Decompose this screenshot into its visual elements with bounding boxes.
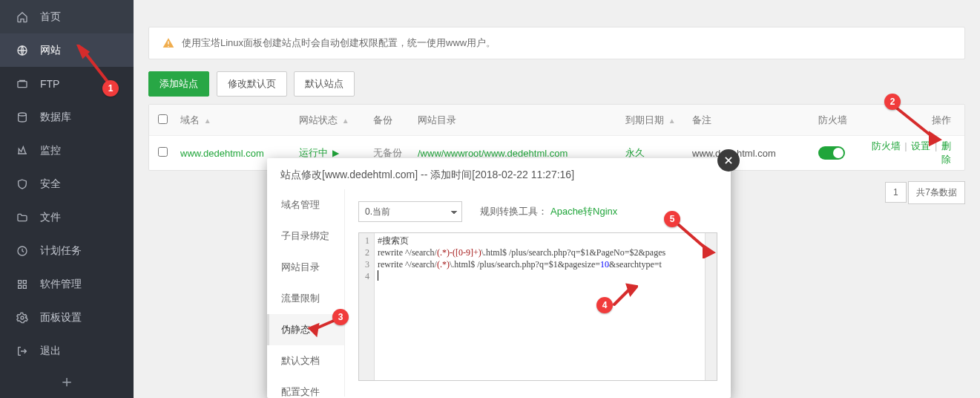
site-edit-modal: 站点修改[www.dedehtml.com] -- 添加时间[2018-02-2… (267, 158, 731, 398)
editor-gutter: 1 2 3 4 (359, 233, 375, 380)
notice-bar: 使用宝塔Linux面板创建站点时会自动创建权限配置，统一使用www用户。 (148, 27, 965, 59)
sidebar-item-security[interactable]: 安全 (0, 167, 134, 200)
modal-title: 站点修改[www.dedehtml.com] -- 添加时间[2018-02-2… (267, 158, 731, 189)
apps-icon (16, 278, 28, 290)
sidebar-item-label: 首页 (40, 10, 61, 24)
svg-rect-4 (19, 280, 22, 283)
svg-marker-13 (704, 247, 713, 257)
svg-rect-1 (18, 81, 27, 87)
callout-1: 1 (102, 80, 119, 97)
sidebar-item-database[interactable]: 数据库 (0, 100, 134, 134)
header-expire[interactable]: 到期日期 ▲ (625, 114, 692, 127)
site-domain-link[interactable]: www.dedehtml.com (180, 148, 264, 159)
annotation-arrow (608, 282, 638, 312)
add-site-button[interactable]: 添加站点 (148, 71, 209, 97)
svg-point-8 (21, 316, 24, 319)
header-firewall: 防火墙 (818, 114, 863, 127)
toolbar: 添加站点 修改默认页 默认站点 (148, 71, 965, 97)
close-icon (723, 155, 734, 166)
annotation-arrow (889, 104, 948, 149)
folder-icon (16, 212, 28, 224)
ftp-icon (16, 78, 28, 90)
header-domain[interactable]: 域名 ▲ (180, 114, 299, 127)
warning-icon (162, 37, 174, 49)
edit-default-page-button[interactable]: 修改默认页 (217, 71, 287, 97)
callout-4: 4 (596, 297, 613, 313)
play-icon: ▶ (332, 148, 339, 158)
sidebar-item-label: 计划任务 (40, 244, 82, 258)
globe-icon (16, 45, 28, 56)
remark-cell[interactable]: www.dedehtml.com (692, 148, 818, 159)
sidebar-item-label: 软件管理 (40, 278, 82, 291)
svg-rect-6 (19, 285, 22, 288)
svg-rect-5 (23, 280, 26, 283)
sort-icon: ▲ (204, 117, 211, 125)
home-icon (16, 11, 28, 23)
rewrite-rule-select[interactable]: 0.当前 (358, 201, 462, 222)
annotation-arrow (671, 221, 716, 258)
tab-subdir[interactable]: 子目录绑定 (267, 221, 344, 252)
tab-domain[interactable]: 域名管理 (267, 189, 344, 221)
tab-defaultdoc[interactable]: 默认文档 (267, 345, 344, 376)
sidebar-item-label: 面板设置 (40, 311, 82, 324)
clock-icon (16, 245, 28, 257)
sidebar-add-button[interactable]: ＋ (0, 371, 134, 393)
sidebar-item-logout[interactable]: 退出 (0, 334, 134, 368)
editor-cursor (378, 270, 378, 281)
callout-2: 2 (884, 94, 901, 110)
sort-icon: ▲ (342, 117, 349, 125)
callout-5: 5 (664, 211, 680, 227)
header-status[interactable]: 网站状态 ▲ (299, 114, 373, 127)
sidebar-item-label: 安全 (40, 177, 61, 191)
rewrite-editor[interactable]: 1 2 3 4 #搜索页 rewrite ^/search/(.*)-([0-9… (358, 232, 717, 381)
tab-config[interactable]: 配置文件 (267, 376, 344, 398)
monitor-icon (16, 145, 28, 157)
svg-marker-11 (310, 325, 318, 334)
firewall-toggle[interactable] (818, 146, 845, 160)
page-info: 共7条数据 (908, 181, 965, 204)
rule-convert-label: 规则转换工具： (480, 205, 547, 218)
notice-text: 使用宝塔Linux面板创建站点时会自动创建权限配置，统一使用www用户。 (182, 36, 496, 50)
sidebar-item-settings[interactable]: 面板设置 (0, 301, 134, 334)
modal-close-button[interactable] (717, 149, 740, 172)
svg-marker-9 (79, 46, 88, 56)
callout-3: 3 (332, 309, 349, 325)
row-checkbox[interactable] (158, 147, 168, 157)
sidebar-item-cron[interactable]: 计划任务 (0, 234, 134, 267)
logout-icon (16, 345, 28, 357)
svg-point-2 (19, 113, 27, 116)
tab-sitedir[interactable]: 网站目录 (267, 252, 344, 283)
apache-to-nginx-link[interactable]: Apache转Nginx (550, 205, 617, 218)
table-header: 域名 ▲ 网站状态 ▲ 备份 网站目录 到期日期 ▲ 备注 防火墙 操作 (149, 105, 964, 136)
database-icon (16, 111, 28, 123)
editor-code[interactable]: #搜索页 rewrite ^/search/(.*)-([0-9]+)\.htm… (375, 233, 705, 380)
site-dir-link[interactable]: /www/wwwroot/www.dedehtml.com (418, 148, 568, 159)
select-all-checkbox[interactable] (158, 114, 168, 124)
shield-icon (16, 178, 28, 190)
sidebar-item-label: FTP (40, 78, 59, 90)
sidebar-item-label: 网站 (40, 44, 61, 57)
header-remark: 备注 (692, 114, 818, 127)
sidebar-item-label: 数据库 (40, 111, 71, 124)
page-number[interactable]: 1 (885, 182, 907, 203)
header-dir: 网站目录 (418, 114, 625, 127)
sidebar-item-monitor[interactable]: 监控 (0, 134, 134, 167)
svg-marker-12 (628, 285, 637, 294)
backup-link[interactable]: 无备份 (373, 147, 402, 158)
header-backup: 备份 (373, 114, 418, 127)
svg-marker-10 (930, 134, 939, 144)
expire-link[interactable]: 永久 (625, 147, 645, 158)
svg-rect-7 (23, 285, 26, 288)
gear-icon (16, 312, 28, 324)
sidebar-item-files[interactable]: 文件 (0, 200, 134, 234)
sidebar-item-home[interactable]: 首页 (0, 0, 134, 33)
sidebar-item-label: 退出 (40, 345, 61, 358)
sort-icon: ▲ (668, 117, 676, 125)
default-site-button[interactable]: 默认站点 (294, 71, 355, 97)
tab-traffic[interactable]: 流量限制 (267, 283, 344, 314)
sidebar-item-label: 文件 (40, 211, 61, 224)
modal-tabs: 域名管理 子目录绑定 网站目录 流量限制 伪静态 默认文档 配置文件 (267, 189, 345, 397)
sidebar-item-label: 监控 (40, 144, 61, 157)
sidebar-item-software[interactable]: 软件管理 (0, 267, 134, 301)
